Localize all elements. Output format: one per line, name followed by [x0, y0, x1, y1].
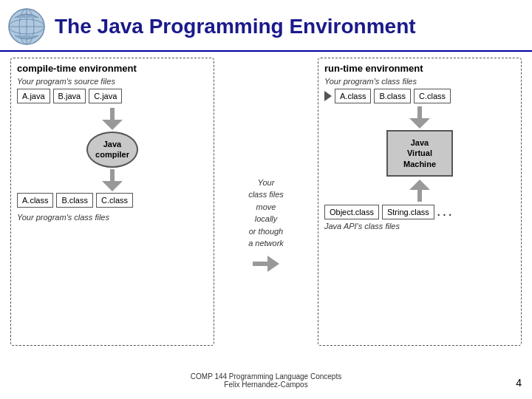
arrow-to-compiler-icon [102, 108, 123, 130]
runtime-class-files-row: A.class B.class C.class [335, 89, 451, 103]
footer: COMP 144 Programming Language Concepts F… [0, 372, 532, 389]
svg-marker-13 [409, 180, 430, 190]
output-files-row: A.class B.class C.class [17, 193, 208, 208]
arrow-from-compiler-icon [102, 169, 123, 191]
compile-env-label: compile-time environment [17, 63, 208, 74]
environments-container: compile-time environment Your program's … [10, 58, 522, 346]
java-compiler-box: Javacompiler [86, 132, 138, 168]
svg-rect-5 [110, 108, 115, 121]
main-content: compile-time environment Your program's … [0, 52, 532, 393]
footer-line2: Felix Hernandez-Campos [0, 381, 532, 389]
page-title: The Java Programming Environment [55, 15, 416, 38]
api-label: Java API's class files [324, 222, 515, 231]
arrow-to-jvm-icon [409, 106, 430, 129]
file-b-java: B.java [53, 89, 86, 103]
network-move-text: Yourclass filesmovelocallyor thougha net… [248, 177, 284, 250]
arrow-from-api-icon [409, 180, 430, 202]
middle-panel: Yourclass filesmovelocallyor thougha net… [222, 58, 310, 346]
rt-file-a-class: A.class [335, 89, 371, 103]
svg-rect-7 [110, 169, 115, 183]
svg-marker-8 [102, 181, 123, 191]
rt-file-b-class: B.class [374, 89, 410, 103]
network-arrow-icon [253, 256, 279, 272]
string-class-file: String.class [382, 205, 434, 219]
source-files-row: A.java B.java C.java [17, 89, 208, 103]
svg-rect-14 [417, 188, 422, 202]
svg-marker-6 [102, 120, 123, 130]
jvm-box: JavaVirtualMachine [386, 130, 453, 177]
svg-marker-10 [267, 256, 279, 272]
file-c-java: C.java [89, 89, 122, 103]
output-files-label: Your program's class files [17, 213, 208, 222]
footer-line1: COMP 144 Programming Language Concepts [0, 372, 532, 381]
object-class-file: Object.class [324, 205, 379, 219]
runtime-env-label: run-time environment [324, 63, 515, 74]
svg-marker-12 [409, 118, 430, 129]
runtime-class-label: Your program's class files [324, 77, 515, 86]
page-number: 4 [516, 377, 522, 389]
compile-env-panel: compile-time environment Your program's … [10, 58, 214, 346]
header: The Java Programming Environment [0, 0, 532, 52]
runtime-files-row-container: A.class B.class C.class [324, 89, 515, 103]
source-files-label: Your program's source files [17, 77, 208, 86]
file-a-java: A.java [17, 89, 50, 103]
runtime-env-panel: run-time environment Your program's clas… [318, 58, 522, 346]
svg-rect-11 [417, 106, 422, 120]
api-files-row: Object.class String.class . . . [324, 205, 515, 219]
java-logo-icon [7, 7, 46, 46]
out-file-c-class: C.class [96, 193, 133, 208]
api-dots: . . . [437, 206, 451, 218]
out-file-a-class: A.class [17, 193, 53, 208]
out-file-b-class: B.class [56, 193, 92, 208]
arrow-indicator-icon [324, 91, 332, 101]
rt-file-c-class: C.class [414, 89, 451, 103]
